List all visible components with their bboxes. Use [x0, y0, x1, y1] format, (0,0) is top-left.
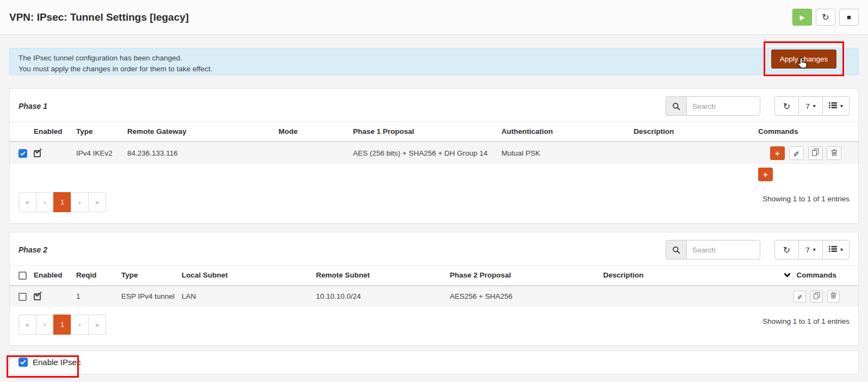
- phase2-select-all-checkbox[interactable]: [18, 272, 27, 280]
- phase1-clone-button[interactable]: [808, 146, 823, 160]
- phase1-columns-dropdown[interactable]: ▾: [822, 96, 850, 116]
- apply-changes-highlight-box: Apply changes: [764, 41, 844, 76]
- phase1-cell-remote-gateway: 84.236.133.116: [127, 141, 278, 164]
- phase2-refresh-button[interactable]: ↻: [774, 240, 799, 260]
- plus-icon: +: [763, 170, 768, 179]
- column-header-reqid: Reqid: [76, 266, 121, 286]
- phase2-cell-proposal: AES256 + SHA256: [450, 286, 603, 307]
- phase1-select-column-header: [10, 122, 34, 142]
- phase1-panel: Phase 1 ↻ 7 ▾: [9, 88, 859, 224]
- page-size-value: 7: [805, 102, 810, 110]
- phase2-cell-type: ESP IPv4 tunnel: [121, 286, 182, 307]
- copy-icon: [812, 149, 819, 158]
- phase2-clone-button[interactable]: [810, 291, 823, 303]
- phase2-search-group: [666, 240, 760, 260]
- phase1-prev-page-button[interactable]: ‹: [36, 192, 54, 212]
- phase2-prev-page-button[interactable]: ‹: [36, 315, 54, 335]
- stop-service-button[interactable]: ■: [839, 9, 859, 26]
- phase2-page-size-dropdown[interactable]: 7 ▾: [798, 240, 823, 260]
- column-header-description: Description: [634, 122, 758, 142]
- play-icon: ▶: [799, 14, 804, 21]
- phase1-row-select-checkbox[interactable]: [18, 149, 27, 158]
- alert-line-1: The IPsec tunnel configuration has been …: [18, 53, 850, 64]
- phase1-table-footer-row: +: [10, 164, 858, 184]
- phase2-edit-button[interactable]: ✎: [793, 291, 806, 303]
- column-header-type: Type: [121, 266, 182, 286]
- phase1-search-group: [666, 96, 760, 116]
- column-header-description: Description: [603, 266, 778, 286]
- column-header-enabled: Enabled: [34, 266, 76, 286]
- stop-icon: ■: [847, 14, 851, 21]
- phase2-cell-reqid: 1: [76, 286, 121, 307]
- column-header-phase2-proposal: Phase 2 Proposal: [450, 266, 603, 286]
- phase2-delete-button[interactable]: [827, 291, 840, 303]
- refresh-icon: ↻: [783, 245, 790, 255]
- list-icon: [829, 102, 837, 110]
- phase1-delete-button[interactable]: [827, 146, 841, 160]
- column-header-type: Type: [76, 122, 127, 142]
- add-phase1-button[interactable]: +: [758, 168, 773, 181]
- phase1-cell-mode: [278, 141, 353, 164]
- phase1-cell-type: IPv4 IKEv2: [76, 141, 127, 164]
- column-header-mode: Mode: [278, 122, 353, 142]
- phase2-row-select-checkbox[interactable]: [18, 293, 27, 301]
- caret-down-icon: ▾: [813, 103, 816, 109]
- search-icon: [666, 240, 686, 260]
- restart-icon: ↻: [822, 13, 829, 22]
- phase1-add-child-button[interactable]: +: [770, 146, 785, 160]
- top-bar: VPN: IPsec: Tunnel Settings [legacy] ▶ ↻…: [0, 0, 868, 35]
- phase2-showing-entries: Showing 1 to 1 of 1 entries: [762, 317, 850, 325]
- config-change-alert: The IPsec tunnel configuration has been …: [9, 48, 859, 75]
- phase2-columns-dropdown[interactable]: ▾: [822, 240, 850, 260]
- phase1-table-controls: ↻ 7 ▾ ▾: [774, 96, 850, 116]
- service-controls: ▶ ↻ ■: [792, 9, 859, 26]
- phase1-refresh-button[interactable]: ↻: [774, 96, 799, 116]
- collapse-all-chevron-icon[interactable]: [784, 271, 791, 279]
- column-header-remote-gateway: Remote Gateway: [127, 122, 278, 142]
- main-content: The IPsec tunnel configuration has been …: [0, 35, 868, 374]
- phase2-pagination: « ‹ 1 › »: [18, 315, 106, 335]
- start-service-button[interactable]: ▶: [792, 9, 812, 26]
- pencil-icon: ✎: [793, 150, 799, 157]
- apply-changes-button[interactable]: Apply changes: [771, 50, 837, 69]
- phase1-search-input[interactable]: [686, 96, 760, 116]
- column-header-enabled: Enabled: [34, 122, 76, 142]
- phase2-cell-local-subnet: LAN: [182, 286, 316, 307]
- phase1-next-page-button[interactable]: ›: [71, 192, 89, 212]
- phase1-enabled-checkbox[interactable]: [34, 150, 41, 157]
- trash-icon: [831, 149, 838, 158]
- phase2-enabled-checkbox[interactable]: [34, 293, 41, 300]
- phase1-page-size-dropdown[interactable]: 7 ▾: [798, 96, 823, 116]
- page-size-value: 7: [805, 246, 810, 254]
- copy-icon: [814, 292, 820, 301]
- phase1-pagination: « ‹ 1 › »: [18, 192, 106, 212]
- refresh-icon: ↻: [783, 101, 790, 112]
- trash-icon: [830, 292, 836, 300]
- phase2-search-input[interactable]: [686, 240, 760, 260]
- phase1-table: Enabled Type Remote Gateway Mode Phase 1…: [10, 121, 858, 184]
- phase2-last-page-button[interactable]: »: [88, 315, 106, 335]
- pencil-icon: ✎: [797, 293, 803, 300]
- phase1-last-page-button[interactable]: »: [88, 192, 106, 212]
- caret-down-icon: ▾: [813, 247, 816, 252]
- restart-service-button[interactable]: ↻: [816, 9, 835, 26]
- phase2-table: Enabled Reqid Type Local Subnet Remote S…: [10, 265, 858, 307]
- page-title: VPN: IPsec: Tunnel Settings [legacy]: [9, 11, 189, 23]
- phase2-table-controls: ↻ 7 ▾ ▾: [774, 240, 850, 260]
- phase2-cell-remote-subnet: 10.10.10.0/24: [316, 286, 450, 307]
- column-header-local-subnet: Local Subnet: [182, 266, 316, 286]
- phase2-page-1-button[interactable]: 1: [53, 315, 71, 335]
- phase2-first-page-button[interactable]: «: [18, 315, 36, 335]
- column-header-remote-subnet: Remote Subnet: [316, 266, 450, 286]
- list-icon: [829, 245, 837, 254]
- phase2-next-page-button[interactable]: ›: [71, 315, 89, 335]
- phase1-page-1-button[interactable]: 1: [53, 192, 71, 212]
- enable-ipsec-highlight-box: [7, 355, 79, 378]
- column-header-commands: Commands: [796, 271, 836, 279]
- phase2-title: Phase 2: [18, 245, 47, 254]
- phase1-cell-authentication: Mutual PSK: [501, 141, 634, 164]
- phase1-edit-button[interactable]: ✎: [789, 146, 804, 160]
- phase2-table-row: 1 ESP IPv4 tunnel LAN 10.10.10.0/24 AES2…: [10, 286, 858, 307]
- phase1-first-page-button[interactable]: «: [18, 192, 36, 212]
- phase2-cell-description: [603, 286, 778, 307]
